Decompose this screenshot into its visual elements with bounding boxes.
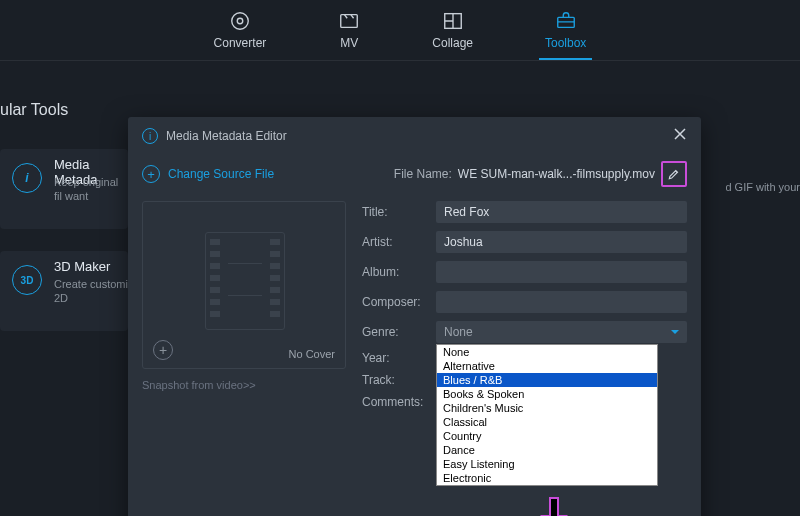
year-label: Year: bbox=[362, 351, 428, 365]
file-name-value: WE SUM-man-walk...-filmsupply.mov bbox=[458, 167, 655, 181]
file-name-label: File Name: bbox=[394, 167, 452, 181]
genre-option[interactable]: Alternative bbox=[437, 359, 657, 373]
genre-option[interactable]: Dance bbox=[437, 443, 657, 457]
genre-dropdown[interactable]: NoneAlternativeBlues / R&BBooks & Spoken… bbox=[436, 344, 658, 486]
genre-option[interactable]: None bbox=[437, 345, 657, 359]
tools-heading: ular Tools bbox=[0, 101, 68, 119]
collage-icon bbox=[442, 10, 464, 32]
tool-card-sub: Keep original fil want bbox=[54, 175, 128, 203]
film-icon bbox=[205, 232, 285, 330]
genre-option[interactable]: Books & Spoken bbox=[437, 387, 657, 401]
top-nav: Converter MV Collage Toolbox bbox=[0, 0, 800, 61]
svg-point-1 bbox=[237, 18, 243, 24]
title-label: Title: bbox=[362, 205, 428, 219]
metadata-editor-dialog: i Media Metadata Editor + Change Source … bbox=[128, 117, 701, 516]
nav-converter[interactable]: Converter bbox=[208, 6, 273, 60]
genre-select[interactable]: None NoneAlternativeBlues / R&BBooks & S… bbox=[436, 321, 687, 343]
toolbox-icon bbox=[555, 10, 577, 32]
plus-icon[interactable]: + bbox=[142, 165, 160, 183]
genre-option[interactable]: Electronic bbox=[437, 471, 657, 485]
nav-collage[interactable]: Collage bbox=[426, 6, 479, 60]
cover-placeholder: + No Cover bbox=[142, 201, 346, 369]
nav-toolbox[interactable]: Toolbox bbox=[539, 6, 592, 60]
nav-label: Converter bbox=[214, 36, 267, 50]
info-icon: i bbox=[12, 163, 42, 193]
no-cover-label: No Cover bbox=[289, 348, 335, 360]
dialog-header: i Media Metadata Editor bbox=[128, 117, 701, 155]
genre-option[interactable]: Blues / R&B bbox=[437, 373, 657, 387]
dialog-title: Media Metadata Editor bbox=[166, 129, 287, 143]
nav-label: Collage bbox=[432, 36, 473, 50]
album-label: Album: bbox=[362, 265, 428, 279]
threeD-icon: 3D bbox=[12, 265, 42, 295]
genre-option[interactable]: Easy Listening bbox=[437, 457, 657, 471]
genre-option[interactable]: Country bbox=[437, 429, 657, 443]
close-icon[interactable] bbox=[673, 127, 687, 145]
composer-input[interactable] bbox=[436, 291, 687, 313]
tool-card-metadata[interactable]: i Media Metada Keep original fil want bbox=[0, 149, 128, 229]
genre-option[interactable]: Children's Music bbox=[437, 401, 657, 415]
comments-label: Comments: bbox=[362, 395, 428, 409]
metadata-form: Title: Artist: Album: Composer: Genre: N… bbox=[362, 201, 687, 409]
add-cover-button[interactable]: + bbox=[153, 340, 173, 360]
nav-label: Toolbox bbox=[545, 36, 586, 50]
info-icon: i bbox=[142, 128, 158, 144]
genre-value: None bbox=[444, 325, 473, 339]
svg-point-0 bbox=[232, 13, 249, 30]
svg-rect-2 bbox=[341, 15, 358, 28]
genre-label: Genre: bbox=[362, 325, 428, 339]
genre-option[interactable]: Classical bbox=[437, 415, 657, 429]
converter-icon bbox=[229, 10, 251, 32]
mv-icon bbox=[338, 10, 360, 32]
track-label: Track: bbox=[362, 373, 428, 387]
cover-panel: + No Cover Snapshot from video>> bbox=[142, 201, 344, 409]
artist-label: Artist: bbox=[362, 235, 428, 249]
artist-input[interactable] bbox=[436, 231, 687, 253]
change-source-link[interactable]: Change Source File bbox=[168, 167, 274, 181]
source-row: + Change Source File File Name: WE SUM-m… bbox=[128, 155, 701, 201]
nav-mv[interactable]: MV bbox=[332, 6, 366, 60]
title-input[interactable] bbox=[436, 201, 687, 223]
right-hint-text: d GIF with your bbox=[725, 181, 800, 193]
nav-label: MV bbox=[340, 36, 358, 50]
composer-label: Composer: bbox=[362, 295, 428, 309]
tool-card-sub: Create customi 2D bbox=[54, 277, 128, 305]
album-input[interactable] bbox=[436, 261, 687, 283]
snapshot-link[interactable]: Snapshot from video>> bbox=[142, 379, 344, 391]
tool-card-title: 3D Maker bbox=[54, 259, 110, 274]
edit-filename-button[interactable] bbox=[661, 161, 687, 187]
tool-card-3d[interactable]: 3D 3D Maker Create customi 2D bbox=[0, 251, 128, 331]
